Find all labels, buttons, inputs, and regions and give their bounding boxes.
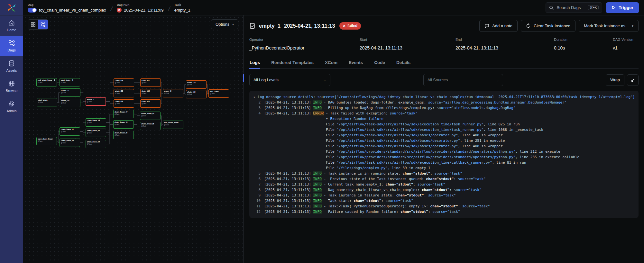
node-status-pill: ⊘ upstream_failed [142, 86, 157, 87]
dag-node-chain_linear_t4[interactable]: chain_linear_t4@Task✓ success [86, 118, 106, 127]
admin-gear-icon [8, 100, 15, 107]
status-badge: ✕ failed [339, 22, 361, 30]
tab-xcom[interactable]: XCom [325, 57, 338, 69]
sidebar-item-assets[interactable]: Assets [0, 56, 23, 76]
log-levels-select[interactable]: All Log Levels ⌄ [249, 74, 330, 86]
meta-label: End [455, 38, 554, 41]
node-status-pill: ✓ success [38, 106, 48, 106]
node-subtitle: @Task [115, 123, 133, 125]
node-status-pill: ⊘ upstream_failed [164, 97, 179, 97]
node-title: chain_t18 [187, 91, 205, 93]
sidebar-item-home[interactable]: Home [0, 15, 23, 36]
search-placeholder: Search Dags [557, 5, 581, 10]
node-status-pill: ✓ success [87, 137, 97, 137]
node-subtitle: @Task [61, 92, 79, 94]
dag-node-start_chain__1[interactable]: start_chain__1@Task✓ success [60, 78, 80, 86]
node-title: chain_linear_t1 [61, 128, 79, 130]
tab-logs[interactable]: Logs [249, 57, 260, 69]
sidebar-item-dags[interactable]: Dags [0, 36, 23, 56]
dag-node-chain_t15[interactable]: chain_t15@Task⊘ upstream_failed [140, 99, 161, 108]
node-subtitle: @Task [115, 82, 133, 84]
breadcrumb-dag-label: Dag [28, 3, 106, 6]
log-line: 5[2025-04-21, 13:11:13] INFO - Task inst… [253, 171, 634, 176]
node-status-pill: ✓ success [61, 107, 71, 107]
sidebar-item-browse[interactable]: Browse [0, 76, 23, 96]
tab-details[interactable]: Details [396, 57, 411, 69]
breadcrumb-separator: / [167, 5, 171, 13]
log-line: File "/opt/airflow/providers/standard/sr… [253, 154, 634, 160]
tab-events[interactable]: Events [348, 57, 363, 69]
dag-node-chain_t19[interactable]: chain_t19@Task⊘ upstream_failed [186, 80, 207, 89]
mark-task-instance-as-button[interactable]: Mark Task Instance as... ▾ [579, 20, 639, 32]
node-subtitle: @Task [61, 102, 79, 104]
breadcrumb-dagrun-value[interactable]: 2025-04-21, 13:11:09 [124, 8, 163, 13]
dag-node-chain_t11[interactable]: chain_t11@Task✓ success [60, 88, 80, 97]
trigger-button[interactable]: Trigger [606, 2, 639, 13]
sidebar-item-label: Home [7, 28, 16, 32]
node-subtitle: @Task [61, 142, 79, 144]
dag-node-chain_t10[interactable]: chain_t10@Task✓ success [60, 99, 80, 107]
note-bubble-icon [484, 23, 489, 28]
grid-view-button[interactable] [28, 20, 38, 29]
dag-node-chain_linear_t0[interactable]: chain_linear_t0@Task✓ success [60, 139, 80, 147]
log-line: 2[2025-04-21, 13:11:13] INFO - DAG bundl… [253, 100, 634, 105]
panel-divider [244, 15, 244, 263]
dag-node-end_chain_linear[interactable]: end_chain_linear@Task✓ success [163, 121, 183, 129]
dag-node-chain_linear_t1[interactable]: chain_linear_t1@Task✓ success [60, 127, 80, 136]
dag-node-chain_t18[interactable]: chain_t18@Task⊘ upstream_failed [186, 90, 207, 98]
wrap-button[interactable]: Wrap [606, 74, 624, 86]
tab-rendered-templates[interactable]: Rendered Templates [271, 57, 314, 69]
dag-node-empty_1[interactable]: empty_1@Task✕ failed [86, 97, 106, 106]
assets-icon [8, 60, 15, 67]
fullscreen-button[interactable] [627, 74, 639, 86]
log-sources-select[interactable]: All Sources ⌄ [423, 74, 503, 86]
dag-pause-toggle[interactable] [28, 8, 37, 13]
node-subtitle: @Task [87, 132, 105, 134]
log-line: ▸ Log message source details: sources=["… [253, 94, 634, 100]
dag-node-chain_t13[interactable]: chain_t13@Task⊘ upstream_failed [114, 89, 134, 97]
meta-end: End2025-04-21, 13:11:13 [455, 38, 554, 50]
dag-node-chain_linear_t7[interactable]: chain_linear_t7@Task✓ success [113, 110, 134, 118]
dag-node-chain_t14[interactable]: chain_t14@Task⊘ upstream_failed [114, 78, 134, 87]
dag-node-chain_linear_t2[interactable]: chain_linear_t2@Task✓ success [86, 140, 106, 148]
dag-node-empty_2[interactable]: empty_2@Task⊘ upstream_failed [163, 89, 183, 97]
search-dags-input[interactable]: Search Dags ⌘+K [546, 2, 602, 13]
dag-node-end_chain[interactable]: end_chain@Task⊘ upstream_failed [208, 89, 229, 98]
dag-node-chain_t16[interactable]: chain_t16@Task⊘ upstream_failed [140, 89, 161, 97]
dag-node-chain_linear_t3[interactable]: chain_linear_t3@Task✓ success [86, 129, 106, 137]
node-subtitle: @Task [115, 134, 133, 136]
tab-code[interactable]: Code [374, 57, 385, 69]
dag-node-chain_t12[interactable]: chain_t12@Task⊘ upstream_failed [114, 99, 134, 108]
panel-resize-handle[interactable] [243, 74, 244, 82]
node-status-pill: ⊘ upstream_failed [210, 97, 225, 98]
breadcrumb-dag-name[interactable]: toy_chain_linear_vs_chain_complex [39, 8, 106, 13]
node-status-pill: ⊘ upstream_failed [115, 86, 130, 87]
breadcrumb-task-value[interactable]: empty_1 [174, 8, 190, 13]
clear-task-instance-button[interactable]: Clear Task Instance [521, 20, 575, 32]
sidebar-item-label: Admin [6, 109, 16, 113]
meta-label: Operator [249, 38, 360, 41]
graph-options-button[interactable]: Options▾ [211, 19, 238, 29]
node-title: chain_linear_t2 [87, 141, 105, 143]
airflow-logo[interactable] [0, 0, 23, 15]
dag-node-start_chain_linear[interactable]: start_chain_linear@Task✓ success [36, 137, 57, 145]
dag-graph-canvas[interactable]: end_chain_linear__1@Task✓ successstart_c… [23, 15, 244, 263]
node-status-pill: ✓ success [115, 128, 124, 129]
node-subtitle: @Task [61, 81, 79, 83]
dag-node-start_chain[interactable]: start_chain@Task✓ success [37, 98, 57, 106]
log-output[interactable]: ▸ Log message source details: sources=["… [249, 91, 639, 218]
sidebar-item-admin[interactable]: Admin [0, 96, 23, 117]
sidebar: HomeDagsAssetsBrowseAdmin [0, 15, 23, 263]
node-title: empty_2 [164, 90, 182, 92]
node-status-pill: ✓ success [61, 135, 71, 136]
node-status-pill: ✓ success [61, 96, 71, 97]
dag-node-chain_linear_t8[interactable]: chain_linear_t8@Task✓ success [140, 122, 161, 130]
dag-node-chain_t17[interactable]: chain_t17@Task⊘ upstream_failed [140, 78, 161, 87]
chevron-down-icon: ▾ [232, 23, 234, 26]
dag-node-chain_linear_t6[interactable]: chain_linear_t6@Task✓ success [113, 120, 134, 129]
dag-node-end_chain_linear__1[interactable]: end_chain_linear__1@Task✓ success [36, 78, 57, 86]
add-note-button[interactable]: Add a note [479, 20, 518, 32]
dag-node-chain_linear_t5[interactable]: chain_linear_t5@Task✓ success [113, 131, 134, 139]
dag-node-chain_linear_t9[interactable]: chain_linear_t9@Task✓ success [140, 112, 161, 120]
graph-view-button[interactable] [38, 20, 48, 29]
